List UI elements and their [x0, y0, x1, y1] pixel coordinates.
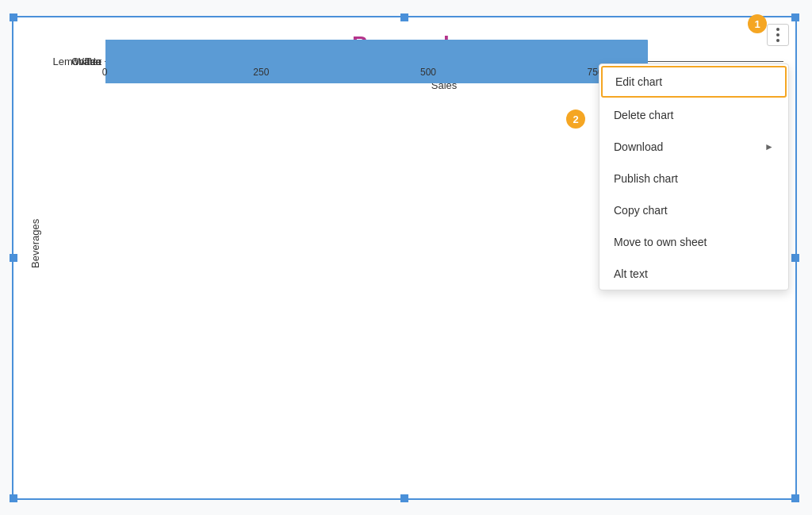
menu-item-download-label: Download — [614, 140, 663, 153]
context-menu: Edit chart Delete chart Download ► Publi… — [599, 63, 789, 290]
y-axis-label: Beverages — [25, 61, 41, 426]
menu-item-delete-chart-label: Delete chart — [614, 109, 673, 121]
x-label-250: 250 — [253, 67, 269, 78]
bar-label-water: Water — [38, 56, 102, 67]
badge-1: 1 — [748, 14, 767, 33]
bars-grid: Coffee Tea Lemonade Wat — [105, 61, 783, 62]
handle-bottom-left[interactable] — [10, 494, 17, 502]
badge-2: 2 — [566, 110, 585, 129]
menu-item-edit-chart-label: Edit chart — [615, 75, 662, 88]
menu-item-move-to-own-sheet[interactable]: Move to own sheet — [599, 226, 788, 258]
chart-wrapper: 1 Bar graph 2 Beverages — [13, 17, 795, 498]
menu-item-edit-chart[interactable]: Edit chart — [601, 66, 787, 98]
handle-top-center[interactable] — [400, 13, 408, 21]
handle-middle-left[interactable] — [10, 254, 17, 262]
menu-item-copy-chart[interactable]: Copy chart — [599, 194, 788, 226]
handle-bottom-right[interactable] — [791, 494, 799, 502]
menu-item-delete-chart[interactable]: Delete chart — [599, 99, 788, 131]
handle-bottom-center[interactable] — [400, 494, 408, 502]
menu-item-publish-chart[interactable]: Publish chart — [599, 163, 788, 194]
download-arrow-icon: ► — [764, 141, 774, 152]
menu-item-move-to-own-sheet-label: Move to own sheet — [614, 236, 707, 248]
menu-item-alt-text-label: Alt text — [614, 267, 648, 280]
menu-item-download[interactable]: Download ► — [599, 131, 788, 163]
menu-item-copy-chart-label: Copy chart — [614, 204, 668, 217]
menu-item-alt-text[interactable]: Alt text — [599, 258, 788, 290]
menu-item-publish-chart-label: Publish chart — [614, 172, 678, 185]
x-label-500: 500 — [420, 67, 436, 78]
three-dots-icon — [776, 28, 779, 42]
handle-top-left[interactable] — [10, 13, 17, 21]
menu-button[interactable] — [767, 24, 789, 46]
handle-middle-right[interactable] — [791, 254, 799, 262]
x-label-0: 0 — [102, 67, 108, 78]
handle-top-right[interactable] — [791, 13, 799, 21]
chart-container: 1 Bar graph 2 Beverages — [12, 16, 797, 500]
